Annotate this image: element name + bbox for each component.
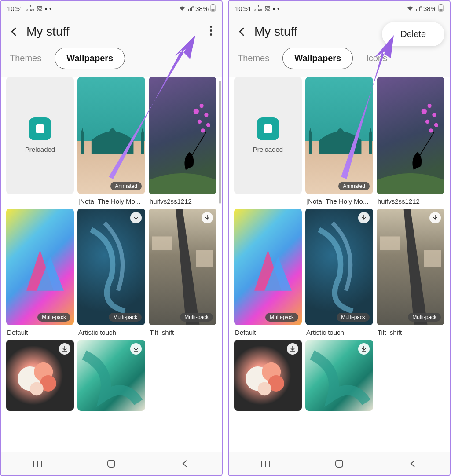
svg-point-4	[194, 109, 199, 114]
battery-icon	[210, 4, 216, 13]
preloaded-app-icon	[257, 117, 279, 140]
delete-menu-item[interactable]: Delete	[382, 22, 444, 46]
sdcard-icon: ▪	[273, 5, 275, 12]
wallpaper-label: huifvs2ss1212	[149, 194, 216, 205]
wallpaper-default[interactable]: Multi-pack Default	[6, 209, 74, 337]
image-icon: ▧	[264, 4, 271, 12]
wallpaper-huif[interactable]: huifvs2ss1212	[377, 77, 444, 205]
svg-point-7	[198, 120, 202, 124]
download-icon	[358, 212, 370, 223]
multipack-badge: Multi-pack	[408, 313, 441, 322]
wallpaper-preloaded[interactable]: Preloaded	[6, 77, 74, 205]
svg-rect-27	[380, 236, 400, 250]
wallpaper-artistic[interactable]: Multi-pack Artistic touch	[305, 209, 373, 337]
svg-point-26	[429, 128, 433, 132]
svg-rect-20	[440, 9, 443, 11]
multipack-badge: Multi-pack	[180, 313, 213, 322]
battery-pct: 38%	[195, 5, 209, 12]
wifi-icon	[179, 5, 186, 12]
wallpaper-label: Artistic touch	[77, 325, 145, 336]
svg-rect-16	[108, 460, 115, 467]
tab-wallpapers[interactable]: Wallpapers	[55, 48, 125, 69]
preloaded-label: Preloaded	[25, 146, 55, 153]
multipack-badge: Multi-pack	[337, 313, 370, 322]
tab-wallpapers[interactable]: Wallpapers	[282, 48, 353, 69]
back-icon[interactable]	[9, 26, 19, 37]
tab-themes[interactable]: Themes	[237, 49, 270, 68]
wallpaper-preloaded[interactable]: Preloaded	[234, 77, 302, 205]
svg-point-32	[258, 382, 271, 395]
network-speed: 0KB/s	[26, 4, 34, 12]
image-icon: ▧	[37, 4, 43, 12]
wallpaper-green[interactable]	[305, 340, 373, 411]
wallpaper-label: Tilt_shift	[377, 325, 444, 336]
wallpaper-green[interactable]	[77, 340, 145, 411]
wallpaper-label: [Nota] The Holy Mo...	[77, 194, 145, 205]
svg-rect-28	[424, 250, 441, 267]
preloaded-label: Preloaded	[253, 146, 283, 153]
svg-rect-33	[336, 460, 343, 467]
svg-point-21	[422, 109, 427, 114]
wallpaper-nota[interactable]: Animated [Nota] The Holy Mo...	[305, 77, 373, 205]
download-icon	[287, 343, 298, 355]
wallpaper-artistic[interactable]: Multi-pack Artistic touch	[77, 209, 145, 337]
more-vertical-icon	[210, 26, 212, 36]
status-bar: 10:51 0KB/s ▧ ▪ • R 38%	[1, 1, 222, 16]
delete-label: Delete	[400, 29, 426, 39]
download-icon	[59, 343, 70, 355]
wallpaper-flower[interactable]	[234, 340, 302, 411]
back-icon[interactable]	[237, 26, 247, 37]
wallpaper-label: Default	[234, 325, 302, 336]
wallpaper-tilt[interactable]: Multi-pack Tilt_shift	[149, 209, 216, 337]
multipack-badge: Multi-pack	[37, 313, 70, 322]
wallpaper-label: [Nota] The Holy Mo...	[305, 194, 373, 205]
more-options-button[interactable]	[210, 26, 212, 36]
wifi-icon	[407, 5, 414, 12]
back-button[interactable]	[407, 458, 418, 469]
svg-point-25	[434, 123, 438, 127]
tab-icons[interactable]: Icons	[365, 49, 388, 68]
wallpaper-huif[interactable]: huifvs2ss1212	[149, 77, 216, 205]
clock: 10:51	[235, 5, 252, 12]
recents-button[interactable]	[33, 458, 43, 469]
content: Preloaded Animated [Nota] The Holy Mo...	[1, 77, 222, 452]
signal-icon: R	[187, 5, 194, 12]
content: Preloaded Animated [Nota] The Holy Mo...	[229, 77, 450, 452]
home-button[interactable]	[334, 458, 345, 469]
tabs: Themes Wallpapers	[1, 46, 222, 77]
wallpaper-default[interactable]: Multi-pack Default	[234, 209, 302, 337]
battery-pct: 38%	[423, 5, 436, 12]
wallpaper-flower[interactable]	[6, 340, 74, 411]
multipack-badge: Multi-pack	[265, 313, 298, 322]
svg-rect-3	[212, 9, 215, 11]
wallpaper-tilt[interactable]: Multi-pack Tilt_shift	[377, 209, 444, 337]
header: My stuff	[1, 16, 222, 46]
svg-text:R: R	[192, 6, 194, 8]
download-icon	[130, 212, 142, 223]
recents-button[interactable]	[260, 458, 271, 469]
download-icon	[202, 212, 213, 223]
phone-screen-left: 10:51 0KB/s ▧ ▪ • R 38% My stuff	[0, 0, 223, 476]
home-button[interactable]	[106, 458, 117, 469]
wallpaper-nota[interactable]: Animated [Nota] The Holy Mo...	[77, 77, 145, 205]
wallpaper-label: Default	[6, 325, 74, 336]
svg-point-5	[200, 104, 204, 108]
svg-point-24	[425, 120, 429, 124]
navigation-bar	[1, 452, 222, 475]
download-icon	[429, 212, 441, 223]
status-bar: 10:51 0KB/s ▧ ▪ • R 38%	[229, 1, 450, 16]
scrollbar[interactable]	[219, 81, 221, 204]
back-button[interactable]	[180, 458, 190, 469]
download-icon	[358, 343, 370, 355]
svg-point-23	[432, 113, 436, 117]
wallpaper-label: Artistic touch	[305, 325, 373, 336]
page-title: My stuff	[26, 25, 70, 39]
svg-text:R: R	[420, 6, 422, 8]
network-speed: 0KB/s	[254, 4, 262, 12]
page-title: My stuff	[254, 25, 297, 39]
wallpaper-label: Tilt_shift	[149, 325, 216, 336]
tab-themes[interactable]: Themes	[9, 49, 42, 68]
tabs: Themes Wallpapers Icons	[229, 46, 450, 77]
svg-point-8	[206, 123, 210, 127]
navigation-bar	[229, 452, 450, 475]
